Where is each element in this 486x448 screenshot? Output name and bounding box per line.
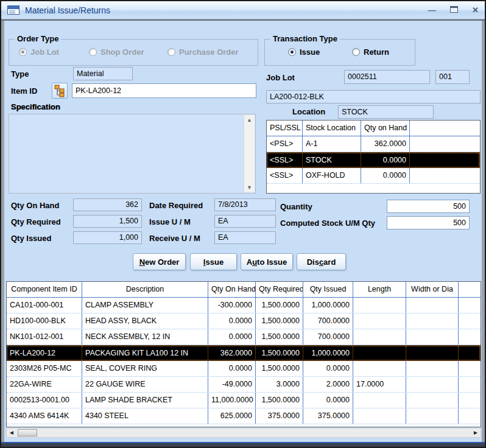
radio-purchase-order[interactable]: Purchase Order [167, 47, 239, 57]
table-cell-filler [410, 136, 480, 152]
table-row[interactable]: <SSL>STOCK0.0000 [267, 152, 480, 168]
table-cell: -49.0000 [208, 377, 256, 392]
table-cell: NK101-012-001 [7, 329, 82, 345]
table-cell [353, 361, 406, 376]
table-cell: 22GA-WIRE [7, 377, 82, 392]
table-cell: CA101-000-001 [7, 298, 82, 313]
radio-button-icon [19, 48, 27, 56]
column-header[interactable]: Qty Issued [303, 282, 353, 297]
scroll-up-icon[interactable]: ▲ [244, 115, 255, 125]
column-header[interactable]: Component Item ID [7, 282, 82, 297]
qty-on-hand-field: 362 [73, 198, 142, 211]
table-row[interactable]: CA101-000-001CLAMP ASSEMBLY-300.00001,50… [7, 298, 481, 313]
window-title: Material Issue/Returns [25, 5, 110, 15]
table-row[interactable]: 0002513-0001.00LAMP SHADE BRACKET11,000.… [7, 393, 481, 408]
component-table: Component Item IDDescriptionQty On HandQ… [6, 281, 481, 427]
table-cell-filler [459, 298, 481, 313]
table-row[interactable]: PK-LA200-12PACKAGING KIT LA100 12 IN362.… [7, 345, 481, 361]
column-header[interactable]: Qty On Hand [208, 282, 256, 297]
table-cell: 700.0000 [303, 313, 353, 329]
item-id-input[interactable]: PK-LA200-12 [72, 83, 256, 98]
radio-return[interactable]: Return [352, 47, 389, 57]
table-cell: 2303M26 P05-MC [7, 361, 82, 376]
radio-job-lot-label: Job Lot [30, 47, 59, 57]
table-row[interactable]: NK101-012-001NECK ASSEMBLY, 12 IN0.00001… [7, 329, 481, 345]
table-cell-filler [459, 282, 481, 297]
specification-textarea[interactable]: ▲ ▼ [9, 114, 256, 194]
radio-issue[interactable]: Issue [288, 47, 320, 57]
table-cell: A-1 [303, 136, 361, 152]
close-icon[interactable]: ✕ [472, 6, 479, 15]
qty-issued-field: 1,000 [73, 231, 142, 244]
column-header[interactable]: Qty Required [256, 282, 303, 297]
radio-button-icon [288, 48, 296, 56]
component-table-hscrollbar[interactable]: ◄ ► [6, 428, 481, 438]
table-cell: 375.0000 [303, 408, 353, 424]
issue-button[interactable]: Issue [190, 253, 237, 270]
radio-shop-order[interactable]: Shop Order [89, 47, 144, 57]
radio-job-lot[interactable]: Job Lot [19, 47, 59, 57]
table-cell [406, 408, 459, 424]
scroll-left-icon[interactable]: ◄ [7, 429, 16, 437]
table-row[interactable]: <SSL>OXF-HOLD0.0000 [267, 168, 480, 184]
column-header[interactable]: Width or Dia [406, 282, 459, 297]
discard-button[interactable]: Discard [297, 253, 346, 270]
table-cell: 0.0000 [208, 361, 256, 376]
quantity-input[interactable]: 500 [387, 200, 470, 213]
table-cell [406, 329, 459, 345]
table-cell: 1,000.0000 [303, 346, 353, 360]
table-cell: 625.0000 [208, 408, 256, 424]
table-cell-filler [459, 377, 481, 392]
table-cell [406, 313, 459, 329]
table-cell: 1,500.0000 [256, 313, 303, 329]
radio-button-icon [352, 48, 360, 56]
item-id-label: Item ID [11, 86, 37, 96]
maximize-icon[interactable] [450, 6, 458, 15]
auto-issue-button[interactable]: Auto Issue [241, 253, 293, 270]
table-row[interactable]: 22GA-WIRE22 GAUGE WIRE-49.00003.00002.00… [7, 377, 481, 393]
column-header[interactable]: PSL/SSL [267, 121, 303, 136]
table-cell: 22 GAUGE WIRE [82, 377, 208, 392]
table-row[interactable]: 4340 AMS 6414K4340 STEEL625.0000375.0000… [7, 408, 481, 424]
computed-stock-qty-input[interactable]: 500 [387, 216, 470, 229]
date-required-field: 7/8/2013 [214, 198, 276, 211]
table-cell [353, 393, 406, 408]
issue-um-field: EA [214, 215, 276, 228]
specification-scrollbar[interactable]: ▲ ▼ [244, 115, 255, 192]
column-header[interactable]: Qty on Hand [361, 121, 410, 136]
table-cell: <SSL> [267, 168, 303, 183]
minimize-icon[interactable]: — [428, 6, 436, 15]
table-cell [353, 346, 406, 360]
table-cell: -300.0000 [208, 298, 256, 313]
item-lookup-button[interactable] [52, 83, 68, 99]
table-cell-filler [410, 153, 480, 167]
radio-purchase-order-label: Purchase Order [179, 47, 239, 57]
table-cell: 11,000.0000 [208, 393, 256, 408]
qty-required-field: 1,500 [73, 215, 142, 228]
table-row[interactable]: <PSL>A-1362.0000 [267, 136, 480, 152]
scroll-right-icon[interactable]: ► [471, 429, 481, 437]
location-label: Location [292, 107, 325, 116]
date-required-label: Date Required [149, 201, 203, 210]
hscrollbar-thumb[interactable] [18, 429, 37, 436]
order-type-group: Order Type Job Lot Shop Order Purchase O… [9, 39, 258, 66]
issue-um-label: Issue U / M [149, 217, 191, 226]
scroll-down-icon[interactable]: ▼ [244, 183, 255, 192]
specification-label-text: Specification [11, 102, 60, 111]
table-cell [406, 393, 459, 408]
table-cell: 0.0000 [303, 393, 353, 408]
table-cell: 0.0000 [361, 168, 410, 183]
job-lot-label: Job Lot [266, 73, 295, 82]
table-cell-filler [459, 361, 481, 376]
table-row[interactable]: HD100-000-BLKHEAD ASSY, BLACK0.00001,500… [7, 313, 481, 329]
table-row[interactable]: 2303M26 P05-MCSEAL, COVER RING0.00001,50… [7, 361, 481, 377]
column-header[interactable]: Stock Location [303, 121, 361, 136]
column-header[interactable]: Length [353, 282, 406, 297]
transaction-type-group: Transaction Type Issue Return [264, 39, 415, 66]
table-cell: 1,500.0000 [256, 346, 303, 360]
radio-button-icon [167, 48, 175, 56]
table-cell [406, 377, 459, 392]
new-order-button[interactable]: New Order [133, 253, 186, 270]
table-cell: 3.0000 [256, 377, 303, 392]
column-header[interactable]: Description [82, 282, 208, 297]
